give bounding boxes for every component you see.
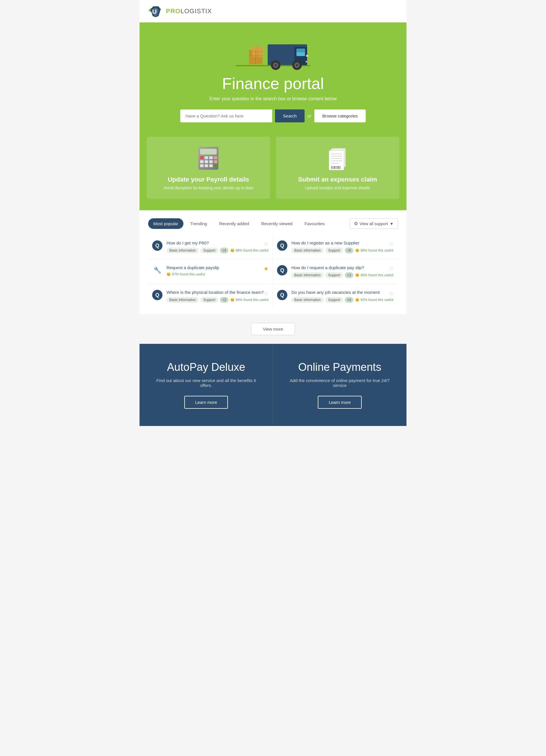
question-title[interactable]: Request a duplicate payslip	[167, 265, 269, 270]
autopay-promo-card: AutoPay Deluxe Find out about our new se…	[140, 344, 273, 426]
online-payments-learn-more-button[interactable]: Learn more	[318, 396, 362, 409]
logo[interactable]: U PROLOGISTIX	[148, 5, 212, 17]
search-input[interactable]	[180, 109, 272, 122]
tab-trending[interactable]: Trending	[185, 218, 213, 229]
svg-rect-22	[306, 55, 308, 57]
autopay-description: Find out about our new service and all t…	[151, 378, 261, 388]
tag-count: +4	[345, 297, 353, 303]
search-bar: Search or Browse categories	[145, 109, 401, 122]
logo-icon: U	[148, 5, 163, 17]
tag-count: +3	[345, 272, 353, 278]
tag: Basic information	[167, 248, 199, 253]
question-item: Q How do I register as a new Supplier Ba…	[273, 235, 398, 259]
svg-rect-29	[209, 156, 213, 159]
question-title[interactable]: How do I register as a new Supplier	[291, 240, 394, 245]
svg-rect-30	[214, 156, 217, 159]
tag: Support	[200, 297, 218, 303]
promo-section: AutoPay Deluxe Find out about our new se…	[140, 344, 406, 426]
q-content: How do I register as a new Supplier Basi…	[291, 240, 394, 253]
svg-rect-53	[338, 166, 339, 169]
tag-count: +4	[220, 248, 229, 253]
receipt-icon	[326, 145, 349, 171]
search-button[interactable]: Search	[275, 109, 305, 122]
hero-title: Finance portal	[145, 74, 401, 93]
expenses-card[interactable]: Submit an expenses claim Upload receipts…	[276, 137, 399, 199]
svg-rect-23	[305, 61, 308, 63]
favourite-star[interactable]: ☆	[389, 265, 394, 272]
svg-rect-32	[205, 160, 208, 163]
view-all-label: View all support	[360, 221, 388, 226]
tag: Support	[325, 248, 343, 253]
favourite-star[interactable]: ☆	[389, 290, 394, 297]
favourite-star[interactable]: ☆	[264, 290, 269, 297]
useful-stat: 😊 97% found this useful	[167, 272, 205, 276]
q-icon: Q	[277, 265, 287, 275]
tab-most-popular[interactable]: Most popular	[148, 218, 184, 229]
question-tags: Basic information Support +4 😊 98% found…	[167, 248, 269, 253]
q-content: Do you have any job vacancies at the mom…	[291, 290, 394, 303]
svg-text:U: U	[152, 8, 157, 15]
question-title[interactable]: How do I get my P60?	[167, 240, 269, 245]
svg-rect-31	[200, 160, 204, 163]
tag: Basic information	[291, 248, 323, 253]
tag: Basic information	[291, 297, 323, 303]
tab-recently-added[interactable]: Recently added	[214, 218, 254, 229]
tag: Basic information	[167, 297, 199, 303]
logo-text: PROLOGISTIX	[166, 7, 212, 15]
browse-categories-button[interactable]: Browse categories	[314, 109, 366, 122]
favourite-star[interactable]: ★	[264, 265, 269, 272]
question-item: Q How do I get my P60? Basic information…	[148, 235, 273, 259]
smiley-icon: 😊	[355, 248, 359, 252]
view-all-support-button[interactable]: ⚙ View all support ▼	[350, 218, 398, 229]
tag: Support	[325, 297, 343, 303]
smiley-icon: 😊	[355, 298, 359, 302]
question-tags: Basic information Support +3 😊 88% found…	[291, 272, 394, 278]
view-more-section: View more	[140, 314, 406, 344]
chevron-down-icon: ▼	[389, 221, 393, 226]
svg-rect-26	[200, 149, 217, 155]
svg-rect-51	[335, 166, 336, 169]
useful-stat: 😊 98% found this useful	[355, 248, 393, 252]
svg-rect-50	[334, 166, 335, 169]
svg-rect-33	[209, 160, 213, 163]
cards-section: Update your Payroll details Avoid disrup…	[140, 137, 406, 210]
online-payments-description: Add the convenience of online payment fo…	[284, 378, 395, 388]
question-title[interactable]: Where is the physical location of the fi…	[167, 290, 269, 295]
question-title[interactable]: Do you have any job vacancies at the mom…	[291, 290, 394, 295]
svg-rect-36	[205, 164, 208, 167]
tag: Support	[200, 248, 218, 253]
tab-recently-viewed[interactable]: Recently viewed	[256, 218, 298, 229]
online-payments-promo-card: Online Payments Add the convenience of o…	[273, 344, 406, 426]
svg-rect-48	[331, 166, 332, 169]
hero-illustration	[236, 31, 310, 74]
question-title[interactable]: How do I request a duplicate pay slip?	[291, 265, 394, 270]
tag-count: +2	[220, 297, 229, 303]
svg-rect-15	[296, 49, 305, 52]
svg-point-21	[296, 64, 298, 66]
smiley-icon: 😊	[167, 272, 171, 276]
q-content: Where is the physical location of the fi…	[167, 290, 269, 303]
favourite-star[interactable]: ☆	[389, 240, 394, 247]
favourite-star[interactable]: ☆	[264, 240, 269, 247]
svg-rect-39	[200, 156, 204, 159]
svg-point-18	[274, 64, 277, 66]
payroll-card[interactable]: Update your Payroll details Avoid disrup…	[147, 137, 270, 199]
svg-rect-38	[214, 164, 217, 167]
tab-favourites[interactable]: Favourites	[299, 218, 330, 229]
svg-rect-35	[200, 164, 204, 167]
payroll-card-desc: Avoid disruption by keeping your details…	[155, 186, 262, 190]
q-content: Request a duplicate payslip 😊 97% found …	[167, 265, 269, 276]
view-more-button[interactable]: View more	[251, 323, 295, 335]
question-tags: Basic information Support +4 😊 92% found…	[291, 297, 394, 303]
q-content: How do I get my P60? Basic information S…	[167, 240, 269, 253]
svg-rect-52	[337, 166, 337, 169]
tag: Basic information	[291, 272, 323, 278]
q-content: How do I request a duplicate pay slip? B…	[291, 265, 394, 278]
expenses-card-title: Submit an expenses claim	[284, 176, 391, 183]
or-text: or	[307, 113, 311, 118]
question-tags: Basic information Support +2 😊 94% found…	[167, 297, 269, 303]
header: U PROLOGISTIX	[140, 0, 406, 22]
question-item: 🔧 Request a duplicate payslip 😊 97% foun…	[148, 259, 273, 284]
useful-stat: 😊 94% found this useful	[230, 298, 269, 302]
autopay-learn-more-button[interactable]: Learn more	[184, 396, 228, 409]
